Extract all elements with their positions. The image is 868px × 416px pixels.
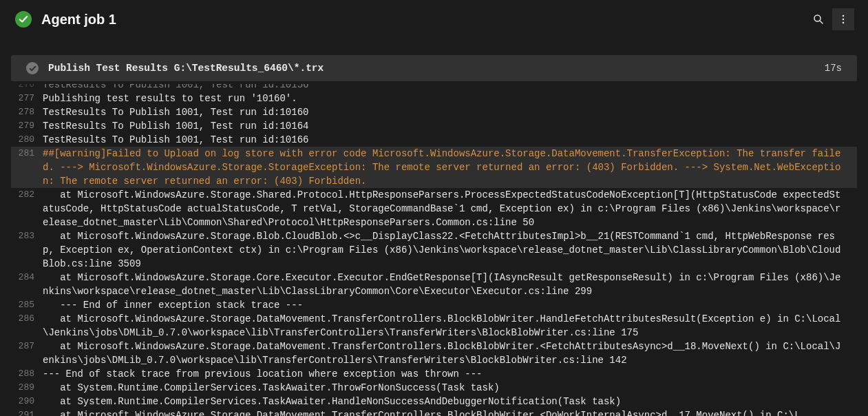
- task-label: Publish Test Results G:\TestResults_6460…: [48, 63, 815, 74]
- line-number: 278: [11, 105, 43, 119]
- log-text: at Microsoft.WindowsAzure.Storage.DataMo…: [43, 408, 857, 416]
- log-line: 286 at Microsoft.WindowsAzure.Storage.Da…: [11, 312, 857, 340]
- log-line: 277Publishing test results to test run '…: [11, 92, 857, 105]
- log-text: TestResults To Publish 1001, Test run id…: [43, 84, 857, 92]
- line-number: 288: [11, 367, 43, 381]
- log-text: --- End of stack trace from previous loc…: [43, 367, 857, 381]
- svg-point-2: [843, 15, 845, 17]
- svg-point-4: [843, 22, 845, 24]
- log-text: TestResults To Publish 1001, Test run id…: [43, 119, 857, 133]
- log-line: 284 at Microsoft.WindowsAzure.Storage.Co…: [11, 271, 857, 298]
- svg-point-3: [843, 19, 845, 21]
- line-number: 287: [11, 340, 43, 353]
- log-text: at System.Runtime.CompilerServices.TaskA…: [43, 395, 857, 408]
- line-number: 285: [11, 298, 43, 312]
- line-number: 282: [11, 188, 43, 202]
- log-line: 287 at Microsoft.WindowsAzure.Storage.Da…: [11, 340, 857, 367]
- log-line: 290 at System.Runtime.CompilerServices.T…: [11, 395, 857, 408]
- page-header: Agent job 1: [0, 0, 868, 41]
- log-line: 283 at Microsoft.WindowsAzure.Storage.Bl…: [11, 229, 857, 271]
- line-number: 286: [11, 312, 43, 326]
- log-line: 288--- End of stack trace from previous …: [11, 367, 857, 381]
- more-vertical-icon: [838, 14, 849, 25]
- log-text: at Microsoft.WindowsAzure.Storage.DataMo…: [43, 340, 857, 367]
- log-line: 276TestResults To Publish 1001, Test run…: [11, 84, 857, 92]
- log-line: 282 at Microsoft.WindowsAzure.Storage.Sh…: [11, 188, 857, 229]
- task-status-icon: [26, 62, 39, 74]
- task-duration: 17s: [825, 63, 842, 74]
- search-icon: [813, 14, 824, 25]
- log-line: 291 at Microsoft.WindowsAzure.Storage.Da…: [11, 408, 857, 416]
- line-number: 276: [11, 84, 43, 92]
- log-text: ##[warning]Failed to Upload on log store…: [43, 147, 857, 188]
- header-actions: [807, 8, 854, 30]
- log-text: at Microsoft.WindowsAzure.Storage.Shared…: [43, 188, 857, 229]
- task-header[interactable]: Publish Test Results G:\TestResults_6460…: [11, 55, 857, 81]
- status-success-icon: [15, 11, 32, 28]
- log-line: 285 --- End of inner exception stack tra…: [11, 298, 857, 312]
- log-text: Publishing test results to test run '101…: [43, 92, 857, 105]
- log-text: at Microsoft.WindowsAzure.Storage.Core.E…: [43, 271, 857, 298]
- log-output[interactable]: 276TestResults To Publish 1001, Test run…: [0, 84, 868, 416]
- line-number: 284: [11, 271, 43, 284]
- line-number: 279: [11, 119, 43, 133]
- log-line: 281##[warning]Failed to Upload on log st…: [11, 147, 857, 188]
- log-text: at Microsoft.WindowsAzure.Storage.Blob.C…: [43, 229, 857, 271]
- line-number: 291: [11, 408, 43, 416]
- line-number: 290: [11, 395, 43, 408]
- page-title: Agent job 1: [41, 12, 798, 28]
- log-text: at Microsoft.WindowsAzure.Storage.DataMo…: [43, 312, 857, 340]
- line-number: 281: [11, 147, 43, 160]
- log-text: at System.Runtime.CompilerServices.TaskA…: [43, 381, 857, 395]
- svg-point-0: [814, 15, 821, 21]
- line-number: 277: [11, 92, 43, 105]
- log-text: TestResults To Publish 1001, Test run id…: [43, 105, 857, 119]
- log-line: 289 at System.Runtime.CompilerServices.T…: [11, 381, 857, 395]
- log-text: --- End of inner exception stack trace -…: [43, 298, 857, 312]
- more-options-button[interactable]: [832, 8, 854, 30]
- line-number: 283: [11, 229, 43, 243]
- log-line: 280TestResults To Publish 1001, Test run…: [11, 133, 857, 147]
- log-line: 279TestResults To Publish 1001, Test run…: [11, 119, 857, 133]
- svg-line-1: [820, 21, 823, 23]
- line-number: 280: [11, 133, 43, 147]
- search-button[interactable]: [807, 8, 829, 30]
- log-text: TestResults To Publish 1001, Test run id…: [43, 133, 857, 147]
- log-line: 278TestResults To Publish 1001, Test run…: [11, 105, 857, 119]
- line-number: 289: [11, 381, 43, 395]
